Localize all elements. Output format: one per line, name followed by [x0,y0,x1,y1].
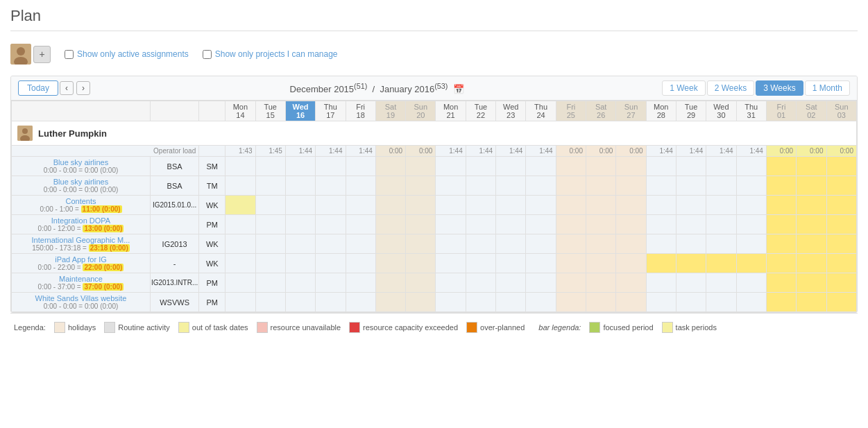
user-row-avatar [17,126,33,141]
view-1month-button[interactable]: 1 Month [805,80,850,96]
project-name-ipad: iPad App for IG 0:00 - 22:00 = 22:00 (0:… [12,254,151,273]
legend-item-routine: Routine activity [104,322,170,333]
maint-wed30 [706,273,736,293]
view-3weeks-button[interactable]: 3 Weeks [756,80,803,96]
maint-sat19 [375,273,405,293]
wsv-fri01 [766,293,796,312]
dopa-thu24 [526,215,556,234]
load-thu31: 1:44 [736,146,766,157]
day-thu31: Thu31 [736,101,766,121]
project-role-wsv: PM [199,293,225,312]
active-assignments-filter[interactable]: Show only active assignments [65,49,189,59]
day-tue15: Tue15 [255,101,285,121]
wsv-sat19 [375,293,405,312]
ipad-sat02 [797,254,826,273]
bsa-tm-fri25 [556,176,586,196]
bsa-tm-wed16 [285,176,315,196]
maint-sun27 [616,273,646,293]
maint-tue29 [676,273,706,293]
legend-box-exceeded [349,322,360,333]
prev-button[interactable]: ‹ [60,81,74,95]
project-name-bsa-tm: Blue sky airlines 0:00 - 0:00 = 0:00 (0:… [12,176,151,196]
day-mon28: Mon28 [646,101,676,121]
bsa-sm-sun20 [406,157,436,176]
dopa-mon21 [436,215,466,234]
active-assignments-checkbox[interactable] [65,50,74,59]
ig-tue29 [676,234,706,254]
dopa-sat02 [797,215,826,234]
bsa-tm-sun03 [826,176,857,196]
maint-thu24 [526,273,556,293]
load-tue15: 1:45 [255,146,285,157]
load-fri01: 0:00 [766,146,796,157]
contents-fri25 [556,196,586,215]
legend-item-over-planned: over-planned [466,322,525,333]
svg-point-4 [22,128,28,134]
next-button[interactable]: › [76,81,90,95]
dopa-fri18 [346,215,375,234]
wsv-tue29 [676,293,706,312]
bsa-tm-sun27 [616,176,646,196]
day-thu24: Thu24 [526,101,556,121]
calendar-container: Today ‹ › December 2015(51) / January 20… [10,76,858,313]
manage-projects-checkbox[interactable] [203,50,212,59]
day-sun03: Sun03 [826,101,857,121]
day-header-row: Mon14 Tue15 Wed16 Thu17 Fri18 Sat19 Sun2… [12,101,857,121]
view-1week-button[interactable]: 1 Week [662,80,705,96]
contents-sun27 [616,196,646,215]
manage-projects-filter[interactable]: Show only projects I can manage [203,49,338,59]
legend-text-holidays: holidays [68,323,96,332]
ig-mon28 [646,234,676,254]
view-2weeks-button[interactable]: 2 Weeks [707,80,754,96]
ig-thu17 [316,234,346,254]
dopa-sat26 [586,215,616,234]
project-abbr-ipad: - [151,254,199,273]
ipad-mon21 [436,254,466,273]
contents-mon14 [225,196,255,215]
load-wed23: 1:44 [496,146,526,157]
load-fri25: 0:00 [556,146,586,157]
wsv-tue22 [466,293,495,312]
bsa-sm-sun03 [826,157,857,176]
add-user-button[interactable]: + [33,46,51,63]
contents-tue15 [255,196,285,215]
contents-tue29 [676,196,706,215]
project-role-bsa-tm: TM [199,176,225,196]
calendar-table: Mon14 Tue15 Wed16 Thu17 Fri18 Sat19 Sun2… [11,101,857,312]
bsa-tm-mon21 [436,176,466,196]
legend-item-holidays: holidays [54,322,96,333]
project-role-contents: WK [199,196,225,215]
day-sat26: Sat26 [586,101,616,121]
bsa-tm-thu24 [526,176,556,196]
ipad-fri25 [556,254,586,273]
ig-sun20 [406,234,436,254]
project-row-ipad-wk: iPad App for IG 0:00 - 22:00 = 22:00 (0:… [12,254,857,273]
maint-wed23 [496,273,526,293]
ig-sat02 [797,234,826,254]
today-button[interactable]: Today [18,80,58,96]
day-wed23: Wed23 [496,101,526,121]
wsv-sun03 [826,293,857,312]
ig-wed23 [496,234,526,254]
bsa-sm-wed30 [706,157,736,176]
project-row-wsv-pm: White Sands Villas website 0:00 - 0:00 =… [12,293,857,312]
wsv-thu24 [526,293,556,312]
dopa-sat19 [375,215,405,234]
bsa-sm-mon21 [436,157,466,176]
bsa-tm-sun20 [406,176,436,196]
maint-mon21 [436,273,466,293]
maint-sun20 [406,273,436,293]
bsa-sm-wed16 [285,157,315,176]
maint-sat02 [797,273,826,293]
bsa-sm-sat19 [375,157,405,176]
contents-sat19 [375,196,405,215]
day-thu17: Thu17 [316,101,346,121]
legend-box-over-planned [466,322,477,333]
bsa-sm-fri01 [766,157,796,176]
bsa-tm-fri18 [346,176,375,196]
calendar-nav: Today ‹ › December 2015(51) / January 20… [11,76,857,101]
maint-fri25 [556,273,586,293]
load-fri18: 1:44 [346,146,375,157]
bsa-tm-sat19 [375,176,405,196]
dopa-thu17 [316,215,346,234]
